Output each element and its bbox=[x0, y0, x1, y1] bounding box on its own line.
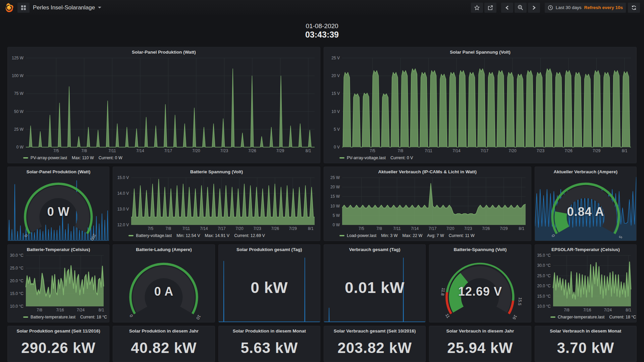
zoom-out-button[interactable] bbox=[515, 3, 527, 13]
panel-title[interactable]: Solar Verbrauch in diesem Monat bbox=[535, 326, 636, 334]
x-tick-label: 7/29 bbox=[272, 148, 288, 153]
dashboard-title[interactable]: Perles Insel-Solaranlage bbox=[33, 4, 101, 11]
legend-series[interactable]: Load-power.last bbox=[339, 233, 376, 238]
panel-title[interactable]: Solar-Panel Produktion (Watt) bbox=[8, 167, 109, 175]
panel-epsolar-temperatur-chart: EPSOLAR-Temperatur (Celsius) 7/87/167/24… bbox=[535, 244, 637, 322]
legend-stat: Max: 14.91 V bbox=[205, 233, 230, 238]
legend-stat: Current: 18 °C bbox=[609, 315, 636, 319]
y-tick-label: 125 W bbox=[8, 56, 23, 60]
stat-value: 203.82 kW bbox=[337, 340, 412, 356]
panel-batterie-spannung-chart: Batterie Spannung (Volt) 7/57/87/117/147… bbox=[113, 167, 320, 241]
panel-title[interactable]: Aktueller Verbrauch (IP-CAMs & Licht in … bbox=[324, 167, 531, 175]
y-tick-label: 20 V bbox=[324, 73, 340, 78]
x-tick-label: 7/5 bbox=[353, 226, 369, 231]
legend-series-name: Battery-temperature.last bbox=[31, 315, 75, 319]
pv-power-gauge-body[interactable]: 0200 0 W bbox=[8, 175, 109, 241]
panel-title[interactable]: Batterie Spannung (Volt) bbox=[113, 167, 320, 175]
clock-icon bbox=[548, 5, 553, 10]
stat-body[interactable]: 0.01 kW bbox=[324, 253, 425, 322]
panel-title[interactable]: Solar Produktion in diesem Monat bbox=[219, 326, 320, 334]
legend-series[interactable]: Charger-temperature.last bbox=[550, 315, 605, 319]
x-tick-label: 7/11 bbox=[104, 148, 120, 153]
gauge-threshold-label: 0 bbox=[23, 234, 29, 238]
y-tick-label: 50 W bbox=[8, 109, 23, 114]
stat-value: 290.26 kW bbox=[21, 340, 96, 356]
panel-aktueller-verbrauch-ampere-gauge: Aktueller Verbrauch (Ampere) 05 0.84 A bbox=[535, 167, 637, 241]
series-color-icon bbox=[23, 157, 28, 159]
gauge-threshold-label: 11 bbox=[444, 313, 451, 319]
chevron-down-icon bbox=[98, 7, 101, 8]
x-tick-label: 7/8 bbox=[558, 308, 575, 312]
dashboards-button[interactable] bbox=[17, 3, 30, 13]
series-color-icon bbox=[339, 235, 344, 236]
y-tick-label: 30.0 °C bbox=[535, 263, 551, 268]
load-power-chart[interactable]: 7/57/87/117/147/177/207/237/267/298/10 W… bbox=[342, 178, 526, 225]
panel-title[interactable]: Solar Produktion in diesem Jahr bbox=[113, 326, 214, 334]
y-tick-label: 0 W bbox=[8, 145, 23, 149]
x-tick-label: 7/29 bbox=[496, 226, 512, 231]
panel-title[interactable]: Batterie-Ladung (Ampere) bbox=[113, 245, 214, 253]
legend: Charger-temperature.lastCurrent: 18 °C bbox=[550, 314, 633, 320]
gauge-value: 12.69 V bbox=[429, 285, 531, 299]
time-forward-button[interactable] bbox=[528, 3, 540, 13]
y-tick-label: 20.0 °C bbox=[8, 279, 23, 283]
series-color-icon bbox=[128, 235, 133, 236]
amp-gauge-body[interactable]: 05 0.84 A bbox=[535, 175, 636, 241]
pv-power-chart[interactable]: 7/57/87/117/147/177/207/237/267/298/10 W… bbox=[26, 58, 315, 147]
charge-gauge-body[interactable]: 010 0 A bbox=[113, 253, 214, 322]
legend-series[interactable]: Battery-temperature.last bbox=[23, 315, 75, 319]
x-tick-label: 8/1 bbox=[93, 308, 109, 312]
legend-series[interactable]: PV-array-voltage.last bbox=[339, 156, 386, 160]
x-tick-label: 7/26 bbox=[267, 226, 283, 231]
stat-value: 0 kW bbox=[251, 279, 288, 297]
panel-title[interactable]: Batterie-Spannung (Volt) bbox=[429, 245, 531, 253]
battery-temp-chart[interactable]: 7/87/167/248/110.0 °C15.0 °C20.0 °C25.0 … bbox=[26, 255, 104, 306]
legend-series[interactable]: Battery-voltage.last bbox=[128, 233, 172, 238]
panel-title[interactable]: Solar Verbrauch in diesem Jahr bbox=[429, 326, 531, 334]
star-button[interactable] bbox=[471, 3, 483, 13]
x-tick-label: 7/23 bbox=[533, 148, 549, 153]
panel-stat-produktion-gesamt: Solar Produktion gesamt (Seit 11/2016) 2… bbox=[7, 326, 109, 362]
legend-series[interactable]: PV-array-power.last bbox=[23, 156, 67, 160]
battv-gauge-body[interactable]: 1111.815.516 12.69 V bbox=[429, 253, 531, 322]
battery-voltage-chart[interactable]: 7/57/87/117/147/177/207/237/267/298/112.… bbox=[131, 178, 315, 225]
legend-series-name: Battery-voltage.last bbox=[136, 233, 172, 238]
y-tick-label: 10 V bbox=[324, 109, 340, 114]
charger-temp-chart[interactable]: 7/87/167/248/110.0 °C15.0 °C20.0 °C25.0 … bbox=[553, 255, 631, 306]
star-icon bbox=[474, 5, 480, 10]
panel-title[interactable]: EPSOLAR-Temperatur (Celsius) bbox=[535, 245, 636, 253]
panel-title[interactable]: Solar Produktion gesamt (Tag) bbox=[219, 245, 320, 253]
panel-title[interactable]: Aktueller Verbrauch (Ampere) bbox=[535, 167, 636, 175]
x-tick-label: 7/5 bbox=[48, 148, 64, 153]
panel-stat-verbrauch-gesamt: Solar Verbrauch gesamt (Seit 10/2016) 20… bbox=[324, 326, 426, 362]
refresh-button[interactable] bbox=[628, 3, 640, 13]
panel-solar-panel-produktion-gauge: Solar-Panel Produktion (Watt) 0200 0 W bbox=[7, 167, 109, 241]
gauge-threshold-label: 10 bbox=[195, 314, 202, 320]
legend: Battery-temperature.lastCurrent: 18 °C bbox=[23, 314, 106, 320]
y-tick-label: 25 W bbox=[324, 175, 340, 180]
share-button[interactable] bbox=[484, 3, 496, 13]
legend: Load-power.lastMin: 3 WMax: 22 WAvg: 7 W… bbox=[339, 232, 528, 239]
y-tick-label: 15.0 °C bbox=[8, 291, 23, 296]
time-back-button[interactable] bbox=[501, 3, 513, 13]
panel-title[interactable]: Solar Verbrauch gesamt (Seit 10/2016) bbox=[324, 326, 425, 334]
panel-batterie-temperatur-chart: Batterie-Temperatur (Celsius) 7/87/167/2… bbox=[7, 244, 109, 322]
grafana-logo[interactable] bbox=[4, 3, 14, 13]
time-range-label: Last 30 days bbox=[556, 5, 582, 10]
x-tick-label: 7/5 bbox=[364, 148, 380, 153]
clock-time: 03:43:39 bbox=[305, 30, 339, 40]
y-tick-label: 25.0 °C bbox=[8, 266, 23, 270]
legend: Battery-voltage.lastMin: 12.54 VMax: 14.… bbox=[128, 232, 317, 239]
x-tick-label: 7/11 bbox=[420, 148, 436, 153]
y-tick-label: 0 V bbox=[324, 145, 340, 149]
panel-title[interactable]: Solar Panel Spannung (Volt) bbox=[324, 47, 636, 55]
panel-title[interactable]: Solar Produktion gesamt (Seit 11/2016) bbox=[8, 326, 109, 334]
x-tick-label: 8/1 bbox=[514, 226, 530, 231]
pv-voltage-chart[interactable]: 7/57/87/117/147/177/207/237/267/298/10 V… bbox=[342, 58, 631, 147]
panel-title[interactable]: Batterie-Temperatur (Celsius) bbox=[8, 245, 109, 253]
stat-body[interactable]: 0 kW bbox=[219, 253, 320, 322]
x-tick-label: 7/11 bbox=[178, 226, 194, 231]
panel-title[interactable]: Solar-Panel Produktion (Watt) bbox=[8, 47, 320, 55]
panel-title[interactable]: Verbrauch gesamt (Tag) bbox=[324, 245, 425, 253]
time-range-button[interactable]: Last 30 days Refresh every 10s bbox=[545, 3, 626, 13]
